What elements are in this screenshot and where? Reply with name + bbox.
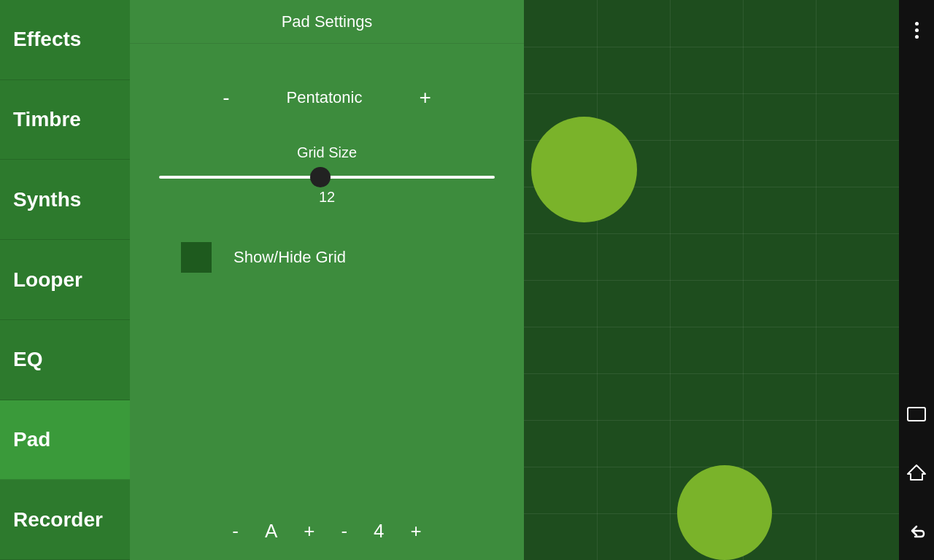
sidebar-item-synths[interactable]: Synths	[0, 160, 130, 240]
scale-increment-button[interactable]: +	[412, 80, 438, 115]
grid-size-section: Grid Size 12	[152, 144, 502, 206]
octave-decrement-button[interactable]: -	[328, 514, 360, 548]
grid-toggle-checkbox[interactable]	[181, 242, 212, 273]
back-icon	[906, 524, 927, 538]
v-line-1	[597, 0, 598, 560]
h-line-2	[524, 93, 899, 94]
bottom-controls-row: - A + - 4 +	[130, 502, 524, 560]
sidebar-item-pad[interactable]: Pad	[0, 400, 130, 481]
panel-header: Pad Settings	[130, 0, 524, 44]
h-line-8	[524, 373, 899, 374]
grid-size-label: Grid Size	[297, 144, 357, 161]
recent-apps-button[interactable]	[902, 400, 931, 429]
sidebar-item-timbre[interactable]: Timbre	[0, 80, 130, 160]
grid-toggle-row: Show/Hide Grid	[152, 242, 502, 273]
svg-rect-0	[908, 408, 925, 421]
scale-selector-row: - Pentatonic +	[152, 80, 502, 115]
nav-icons-group	[902, 400, 931, 545]
panel-content: - Pentatonic + Grid Size 12 Show/Hide Gr…	[130, 44, 524, 502]
v-line-4	[816, 0, 817, 560]
scale-decrement-button[interactable]: -	[215, 80, 236, 115]
slider-thumb[interactable]	[310, 167, 331, 187]
note-value-display: A	[252, 514, 290, 548]
v-line-2	[670, 0, 671, 560]
h-line-5	[524, 233, 899, 234]
svg-marker-1	[908, 465, 925, 480]
h-line-6	[524, 280, 899, 281]
home-button[interactable]	[902, 458, 931, 487]
slider-value-display: 12	[319, 189, 335, 206]
note-increment-button[interactable]: +	[290, 514, 328, 548]
grid-toggle-label: Show/Hide Grid	[234, 248, 346, 267]
sidebar-item-looper[interactable]: Looper	[0, 240, 130, 320]
scale-name-display: Pentatonic	[266, 88, 382, 107]
touch-circle-2[interactable]	[677, 465, 772, 560]
octave-increment-button[interactable]: +	[398, 514, 435, 548]
h-line-1	[524, 47, 899, 47]
touch-circle-1[interactable]	[531, 117, 637, 222]
back-button[interactable]	[902, 516, 931, 545]
pad-area[interactable]	[524, 0, 899, 560]
sidebar-item-recorder[interactable]: Recorder	[0, 480, 130, 560]
sidebar-item-effects[interactable]: Effects	[0, 0, 130, 80]
recent-apps-icon	[907, 407, 926, 421]
grid-size-slider-container	[159, 176, 495, 179]
h-line-9	[524, 420, 899, 421]
octave-value-display: 4	[360, 514, 397, 548]
system-bar	[899, 0, 934, 560]
slider-track[interactable]	[159, 176, 495, 179]
panel-title: Pad Settings	[282, 12, 373, 31]
h-line-7	[524, 327, 899, 327]
overflow-menu-button[interactable]	[908, 15, 926, 46]
main-panel: Pad Settings - Pentatonic + Grid Size 12…	[130, 0, 524, 560]
note-decrement-button[interactable]: -	[219, 514, 252, 548]
sidebar: Effects Timbre Synths Looper EQ Pad Reco…	[0, 0, 130, 560]
sidebar-item-eq[interactable]: EQ	[0, 320, 130, 400]
home-icon	[906, 464, 927, 481]
